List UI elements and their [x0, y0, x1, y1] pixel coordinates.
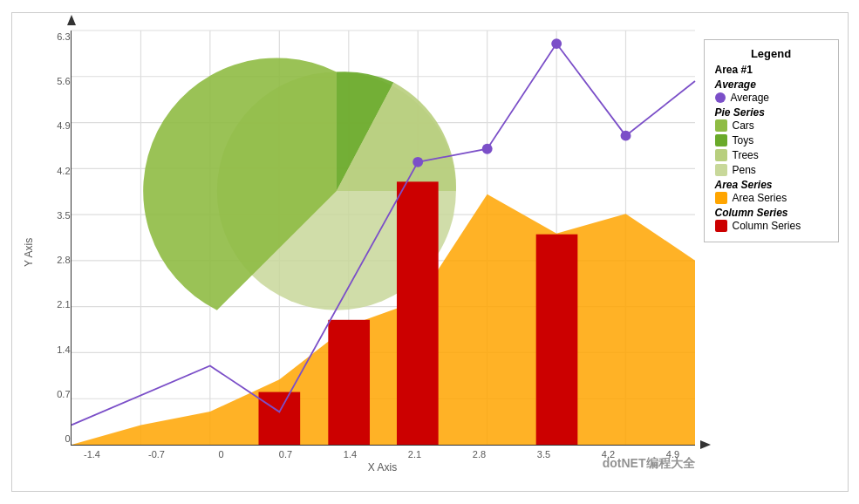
y-tick: 6.3: [57, 32, 70, 42]
legend-pens-item: Pens: [715, 164, 828, 176]
legend-toys-text: Toys: [733, 134, 754, 146]
chart-svg: [72, 31, 695, 445]
x-tick: 2.1: [393, 449, 437, 460]
y-tick: 3.5: [57, 211, 70, 221]
x-tick: 0: [200, 449, 243, 460]
legend-toys-swatch: [715, 134, 727, 146]
legend-average-item: Average: [715, 92, 828, 104]
avg-dot-3: [481, 144, 492, 154]
x-ticks: -1.4 -0.7 0 0.7 1.4 2.1 2.8 3.5 4.2 4.9: [71, 446, 695, 460]
chart-area: 0 0.7 1.4 2.1 2.8 3.5 4.2 4.9 5.6 6.3: [40, 31, 695, 473]
plot: [71, 31, 695, 446]
y-ticks: 0 0.7 1.4 2.1 2.8 3.5 4.2 4.9 5.6 6.3: [40, 31, 71, 446]
y-tick: 0.7: [57, 390, 70, 399]
legend-area-item: Area Series: [715, 192, 828, 204]
legend-cars-item: Cars: [715, 119, 828, 132]
x-tick: 3.5: [522, 449, 566, 460]
legend-pie-label: Pie Series: [715, 106, 828, 119]
legend-cars-swatch: [715, 119, 727, 132]
x-tick: 0.7: [264, 449, 308, 460]
y-axis-label: Y Axis: [21, 31, 37, 473]
plot-and-yaxis: 0 0.7 1.4 2.1 2.8 3.5 4.2 4.9 5.6 6.3: [40, 31, 695, 446]
legend-trees-text: Trees: [733, 149, 759, 161]
legend-area-text: Area Series: [733, 192, 787, 204]
legend-average-text: Average: [731, 92, 769, 104]
x-tick: -0.7: [135, 449, 179, 460]
legend-column-item: Column Series: [715, 220, 828, 232]
watermark: dotNET编程大全: [603, 456, 695, 472]
x-axis-label: X Axis: [71, 461, 695, 473]
x-tick: 2.8: [458, 449, 501, 460]
x-axis-arrow: [700, 440, 711, 449]
legend-trees-item: Trees: [715, 149, 828, 161]
legend-area-series-label: Area Series: [715, 179, 828, 191]
legend: Legend Area #1 Average Average Pie Serie…: [704, 39, 839, 242]
main-container: Y Axis 0 0.7 1.4 2.1 2.8 3.5 4.2 4.9 5.6…: [0, 0, 859, 504]
legend-trees-swatch: [715, 149, 727, 161]
x-tick: 1.4: [329, 449, 372, 460]
legend-area1-title: Area #1: [715, 64, 828, 76]
y-tick: 4.9: [57, 121, 70, 131]
legend-pens-text: Pens: [733, 164, 756, 176]
legend-average-label: Average: [715, 78, 828, 91]
y-tick: 2.1: [57, 300, 70, 310]
legend-toys-item: Toys: [715, 134, 828, 146]
col-bar-1: [258, 392, 300, 445]
legend-column-series-label: Column Series: [715, 207, 828, 219]
legend-average-swatch: [715, 92, 726, 103]
legend-cars-text: Cars: [733, 119, 754, 132]
legend-area-swatch: [715, 192, 727, 204]
chart-wrapper: Y Axis 0 0.7 1.4 2.1 2.8 3.5 4.2 4.9 5.6…: [11, 12, 849, 492]
col-bar-3: [396, 181, 438, 445]
y-axis-arrow: [67, 15, 76, 25]
y-tick: 5.6: [57, 77, 70, 86]
legend-title: Legend: [715, 47, 828, 60]
legend-column-text: Column Series: [733, 220, 801, 232]
y-tick: 1.4: [57, 345, 70, 355]
avg-dot-2: [620, 131, 631, 141]
avg-dot-1: [551, 38, 562, 49]
y-tick: 4.2: [57, 167, 70, 176]
avg-dot-4: [412, 157, 423, 167]
legend-pens-swatch: [715, 164, 727, 176]
legend-column-swatch: [715, 220, 727, 232]
y-tick: 2.8: [57, 255, 70, 265]
col-bar-2: [328, 320, 370, 445]
x-tick: -1.4: [71, 449, 114, 460]
col-bar-4: [535, 235, 577, 445]
